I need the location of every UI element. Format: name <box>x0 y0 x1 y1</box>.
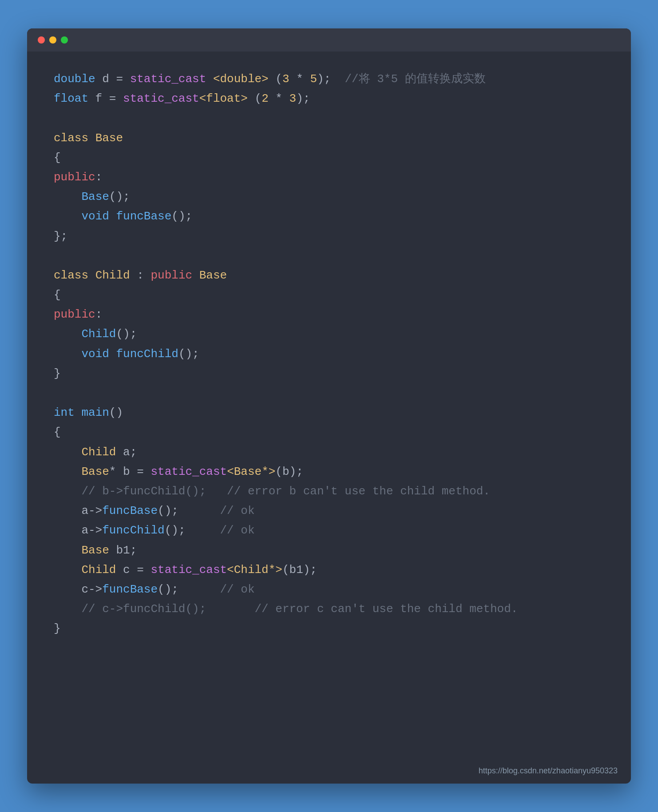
code-line-11: public: <box>54 305 604 324</box>
code-line-15: int main() <box>54 403 604 422</box>
code-line-19: // b->funcChild(); // error b can't use … <box>54 482 604 501</box>
code-line-25: // c->funcChild(); // error c can't use … <box>54 599 604 619</box>
watermark: https://blog.csdn.net/zhaotianyu950323 <box>479 766 618 776</box>
minimize-button[interactable] <box>49 36 56 44</box>
code-line-24: c->funcBase(); // ok <box>54 580 604 599</box>
code-line-3: class Base <box>54 128 604 148</box>
code-line-10: { <box>54 285 604 305</box>
code-line-8: }; <box>54 227 604 246</box>
code-line-16: { <box>54 422 604 442</box>
blank-line-3 <box>54 383 604 403</box>
code-line-6: Base(); <box>54 187 604 207</box>
titlebar <box>27 28 631 52</box>
code-line-4: { <box>54 148 604 167</box>
code-line-14: } <box>54 364 604 383</box>
code-block: double d = static_cast <double> (3 * 5);… <box>27 52 631 665</box>
code-line-7: void funcBase(); <box>54 207 604 226</box>
close-button[interactable] <box>38 36 45 44</box>
code-line-17: Child a; <box>54 442 604 462</box>
code-window: double d = static_cast <double> (3 * 5);… <box>27 28 631 784</box>
blank-line-1 <box>54 108 604 128</box>
code-line-5: public: <box>54 167 604 187</box>
code-line-21: a->funcChild(); // ok <box>54 521 604 540</box>
code-line-18: Base* b = static_cast<Base*>(b); <box>54 462 604 482</box>
code-line-22: Base b1; <box>54 541 604 560</box>
code-line-23: Child c = static_cast<Child*>(b1); <box>54 560 604 580</box>
code-line-9: class Child : public Base <box>54 266 604 285</box>
maximize-button[interactable] <box>61 36 68 44</box>
code-line-1: double d = static_cast <double> (3 * 5);… <box>54 69 604 89</box>
blank-line-2 <box>54 246 604 266</box>
code-line-13: void funcChild(); <box>54 344 604 364</box>
code-line-2: float f = static_cast<float> (2 * 3); <box>54 89 604 108</box>
code-line-12: Child(); <box>54 324 604 344</box>
code-line-26: } <box>54 619 604 638</box>
code-line-20: a->funcBase(); // ok <box>54 501 604 521</box>
